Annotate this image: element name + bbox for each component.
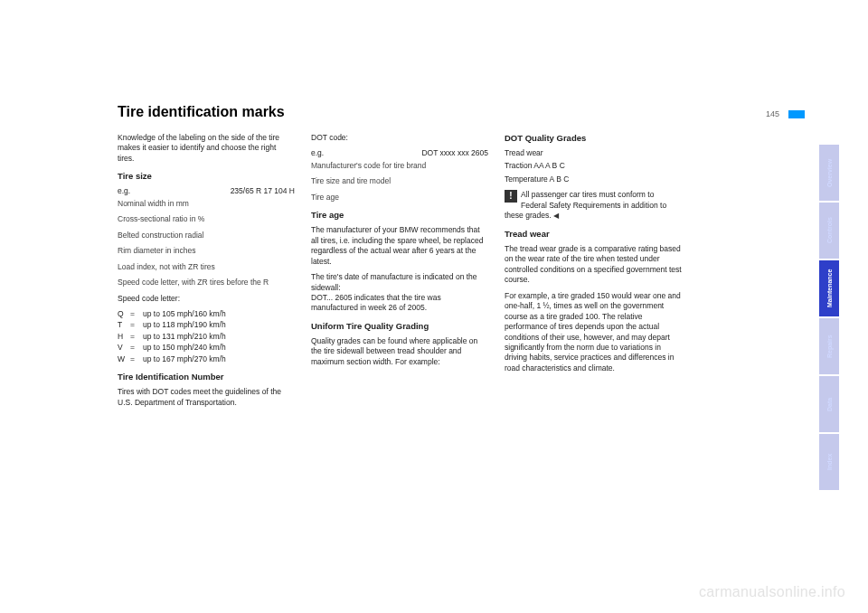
spec-item: Tire size and tire model: [311, 176, 488, 186]
triangle-icon: ◀: [553, 212, 559, 220]
dot-example: e.g. DOT xxxx xxx 2605: [311, 148, 488, 158]
tread-wear-heading: Tread wear: [505, 229, 682, 240]
tab-index[interactable]: Index: [819, 434, 839, 490]
spec-item: Load index, not with ZR tires: [118, 262, 295, 272]
column-3: DOT Quality Grades Tread wear Traction A…: [505, 133, 682, 413]
warning-icon: !: [505, 190, 517, 203]
tire-age-p1: The manufacturer of your BMW recommends …: [311, 225, 488, 267]
dot-code-heading: DOT code:: [311, 133, 488, 143]
tread-wear-p1: The tread wear grade is a comparative ra…: [505, 244, 682, 286]
tab-overview[interactable]: Overview: [819, 145, 839, 201]
speed-code-row: V=up to 150 mph/240 km/h: [118, 343, 295, 353]
tire-size-heading: Tire size: [118, 171, 295, 183]
dqg-heading: DOT Quality Grades: [505, 133, 682, 145]
example-value: 235/65 R 17 104 H: [231, 186, 295, 196]
speed-code-list: Q=up to 105 mph/160 km/h T=up to 118 mph…: [118, 309, 295, 364]
dot-example-label: e.g.: [311, 148, 324, 158]
dqg-line-1: Tread wear: [505, 148, 682, 158]
speed-code-row: Q=up to 105 mph/160 km/h: [118, 309, 295, 319]
page-number-block: 145: [766, 109, 805, 118]
column-1: Knowledge of the labeling on the side of…: [118, 133, 295, 413]
tire-age-p2: The tire's date of manufacture is indica…: [311, 272, 488, 293]
spec-item: Belted construction radial: [118, 231, 295, 240]
dqg-line-3: Temperature A B C: [505, 174, 682, 184]
page-number: 145: [766, 109, 779, 118]
dqg-line-2: Traction AA A B C: [505, 161, 682, 171]
intro-text: Knowledge of the labeling on the side of…: [118, 133, 295, 164]
tab-data[interactable]: Data: [819, 376, 839, 432]
page-marker-chip: [788, 110, 805, 118]
warning-paragraph: ! All passenger car tires must conform t…: [505, 190, 682, 222]
utqg-text: Quality grades can be found where applic…: [311, 336, 488, 367]
watermark: carmanualsonline.info: [699, 584, 845, 600]
tread-wear-p2: For example, a tire graded 150 would wea…: [505, 291, 682, 374]
tire-size-example: e.g. 235/65 R 17 104 H: [118, 186, 295, 196]
spec-item: Rim diameter in inches: [118, 246, 295, 256]
content-columns: Knowledge of the labeling on the side of…: [118, 133, 805, 413]
section-tabs: Overview Controls Maintenance Repairs Da…: [819, 145, 839, 490]
document-page: Tire identification marks 145 Knowledge …: [118, 104, 805, 565]
spec-item: Cross-sectional ratio in %: [118, 214, 295, 224]
page-title: Tire identification marks: [118, 104, 285, 120]
column-2: DOT code: e.g. DOT xxxx xxx 2605 Manufac…: [311, 133, 488, 413]
utqg-heading: Uniform Tire Quality Grading: [311, 321, 488, 333]
tire-size-specs: Nominal width in mm Cross-sectional rati…: [118, 199, 295, 288]
example-label: e.g.: [118, 186, 130, 196]
page-header: Tire identification marks 145: [118, 104, 805, 120]
dot-example-value: DOT xxxx xxx 2605: [421, 148, 488, 158]
tire-age-p3: DOT... 2605 indicates that the tire was …: [311, 293, 488, 314]
dot-specs: Manufacturer's code for tire brand Tire …: [311, 161, 488, 203]
tab-controls[interactable]: Controls: [819, 203, 839, 259]
spec-item: Tire age: [311, 193, 488, 203]
tire-age-heading: Tire age: [311, 210, 488, 222]
speed-code-heading: Speed code letter:: [118, 294, 295, 304]
spec-item: Manufacturer's code for tire brand: [311, 161, 488, 171]
spec-item: Nominal width in mm: [118, 199, 295, 209]
tin-heading: Tire Identification Number: [118, 372, 295, 383]
tab-maintenance[interactable]: Maintenance: [819, 260, 839, 316]
speed-code-row: H=up to 131 mph/210 km/h: [118, 332, 295, 342]
spec-item: Speed code letter, with ZR tires before …: [118, 278, 295, 288]
speed-code-row: W=up to 167 mph/270 km/h: [118, 354, 295, 364]
speed-code-row: T=up to 118 mph/190 km/h: [118, 320, 295, 330]
tab-repairs[interactable]: Repairs: [819, 318, 839, 374]
warning-text: All passenger car tires must conform to …: [505, 190, 666, 220]
tin-text: Tires with DOT codes meet the guidelines…: [118, 387, 295, 408]
